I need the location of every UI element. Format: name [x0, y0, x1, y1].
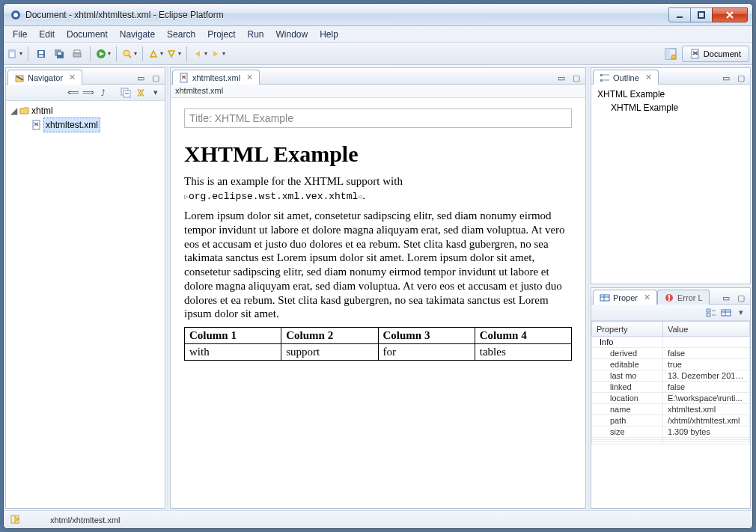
new-button[interactable] — [7, 46, 23, 62]
nav-annotation-prev-button[interactable] — [147, 46, 164, 62]
nav-annotation-next-button[interactable] — [165, 46, 182, 62]
table-row: with support for tables — [185, 344, 572, 361]
open-perspective-button[interactable] — [662, 46, 679, 62]
maximize-view-button[interactable]: ▢ — [735, 72, 747, 84]
save-button[interactable] — [33, 46, 49, 62]
properties-group-row[interactable]: Info — [592, 337, 750, 348]
maximize-view-button[interactable]: ▢ — [570, 72, 582, 84]
properties-col-property[interactable]: Property — [592, 322, 663, 337]
svg-rect-5 — [9, 50, 15, 52]
tree-file-label: xhtmltest.xml — [43, 117, 100, 132]
outline-body[interactable]: XHTML Example XHTML Example — [591, 85, 750, 284]
property-row[interactable]: locationE:\workspace\runti... — [592, 393, 750, 404]
editor-tab[interactable]: xhtmltest.xml ✕ — [172, 70, 260, 85]
maximize-button[interactable] — [690, 7, 713, 22]
link-editor-icon[interactable] — [135, 87, 147, 99]
close-button[interactable] — [712, 7, 748, 22]
property-row[interactable]: derivedfalse — [592, 348, 750, 359]
properties-tab[interactable]: Proper ✕ — [593, 290, 657, 305]
minimize-button[interactable] — [668, 7, 691, 22]
statusbar: xhtml/xhtmltest.xml — [4, 510, 752, 528]
minimize-view-button[interactable]: ▭ — [555, 72, 567, 84]
doc-table: Column 1 Column 2 Column 3 Column 4 with… — [184, 327, 572, 361]
menu-project[interactable]: Project — [201, 28, 241, 41]
navigator-body[interactable]: ◢ xhtml xhtmltest.xml — [6, 101, 165, 508]
property-row[interactable]: path/xhtml/xhtmltest.xml — [592, 415, 750, 426]
menu-search[interactable]: Search — [161, 28, 201, 41]
toolbar-separator — [90, 46, 91, 61]
view-menu-icon[interactable]: ▾ — [735, 307, 747, 319]
back-button[interactable] — [192, 46, 208, 62]
property-row[interactable]: last mo13. Dezember 2010 2... — [592, 370, 750, 382]
svg-rect-7 — [39, 51, 43, 54]
left-column: Navigator ✕ ▭ ▢ ⟸ ⟹ ⤴ — [4, 66, 168, 510]
properties-view: Proper ✕ Error L ▭ ▢ — [591, 287, 751, 509]
table-cell: with — [185, 344, 281, 361]
properties-grid[interactable]: Property Value Info derivedfalse editabl… — [591, 321, 750, 508]
close-icon[interactable]: ✕ — [246, 73, 253, 82]
minimize-view-button[interactable]: ▭ — [135, 72, 147, 84]
navigator-toolbar: ⟸ ⟹ ⤴ ▾ — [6, 85, 165, 101]
expand-icon[interactable]: ◢ — [10, 104, 18, 117]
show-categories-icon[interactable] — [705, 307, 717, 319]
property-row[interactable]: linkedfalse — [592, 382, 750, 393]
status-icon[interactable] — [10, 514, 20, 526]
run-button[interactable] — [95, 46, 112, 62]
perspective-switcher: Document — [662, 46, 749, 62]
center-column: xhtmltest.xml ✕ ▭ ▢ xhtmltest.xml XHTML … — [168, 66, 588, 510]
menu-document[interactable]: Document — [61, 28, 114, 41]
menu-run[interactable]: Run — [242, 28, 270, 41]
nav-back-icon[interactable]: ⟸ — [67, 87, 79, 99]
view-menu-icon[interactable]: ▾ — [150, 87, 162, 99]
minimize-view-button[interactable]: ▭ — [720, 292, 732, 304]
forward-button[interactable] — [210, 46, 226, 62]
right-column: Outline ✕ ▭ ▢ XHTML Example XHTML Exampl… — [588, 66, 752, 510]
nav-up-icon[interactable]: ⤴ — [97, 87, 109, 99]
minimize-view-button[interactable]: ▭ — [720, 72, 732, 84]
tree-file-node[interactable]: xhtmltest.xml — [22, 117, 160, 132]
editor-document[interactable]: XHTML Example This is an example for the… — [171, 98, 585, 508]
close-icon[interactable]: ✕ — [645, 73, 652, 82]
search-button[interactable] — [121, 46, 138, 62]
menu-window[interactable]: Window — [270, 28, 314, 41]
menu-edit[interactable]: Edit — [33, 28, 61, 41]
menu-file[interactable]: File — [7, 28, 33, 41]
svg-rect-36 — [668, 299, 670, 301]
menu-navigate[interactable]: Navigate — [114, 28, 161, 41]
svg-rect-31 — [600, 295, 609, 301]
svg-rect-38 — [707, 314, 710, 317]
maximize-view-button[interactable]: ▢ — [735, 292, 747, 304]
property-row[interactable]: editabletrue — [592, 359, 750, 370]
outline-child[interactable]: XHTML Example — [611, 101, 744, 114]
svg-rect-26 — [180, 73, 187, 82]
print-button[interactable] — [69, 46, 85, 62]
title-field[interactable] — [184, 108, 572, 128]
error-log-tab-label: Error L — [677, 293, 703, 302]
property-row[interactable]: size1.309 bytes — [592, 426, 750, 438]
maximize-view-button[interactable]: ▢ — [150, 72, 162, 84]
save-all-button[interactable] — [51, 46, 67, 62]
folder-icon — [19, 106, 30, 116]
window-buttons — [669, 7, 748, 22]
tree-project-node[interactable]: ◢ xhtml — [10, 104, 160, 117]
close-icon[interactable]: ✕ — [644, 293, 650, 302]
error-log-tab[interactable]: Error L — [657, 290, 710, 305]
properties-col-value[interactable]: Value — [662, 322, 749, 337]
properties-tab-label: Proper — [613, 293, 638, 302]
svg-point-19 — [671, 55, 676, 59]
toolbar-separator — [186, 46, 187, 61]
outline-tab[interactable]: Outline ✕ — [593, 70, 659, 85]
menu-help[interactable]: Help — [314, 28, 344, 41]
outline-root[interactable]: XHTML Example — [597, 88, 744, 101]
close-icon[interactable]: ✕ — [69, 73, 76, 82]
navigator-tab[interactable]: Navigator ✕ — [7, 70, 82, 85]
properties-tabs: Proper ✕ Error L ▭ ▢ — [591, 288, 750, 305]
filter-icon[interactable] — [720, 307, 732, 319]
perspective-document[interactable]: Document — [682, 46, 749, 62]
nav-fwd-icon[interactable]: ⟹ — [82, 87, 94, 99]
property-row[interactable]: namexhtmltest.xml — [592, 404, 750, 415]
svg-rect-3 — [698, 12, 704, 18]
collapse-all-icon[interactable] — [120, 87, 132, 99]
editor-tab-label: xhtmltest.xml — [192, 73, 240, 82]
editor-breadcrumb[interactable]: xhtmltest.xml — [171, 85, 585, 98]
